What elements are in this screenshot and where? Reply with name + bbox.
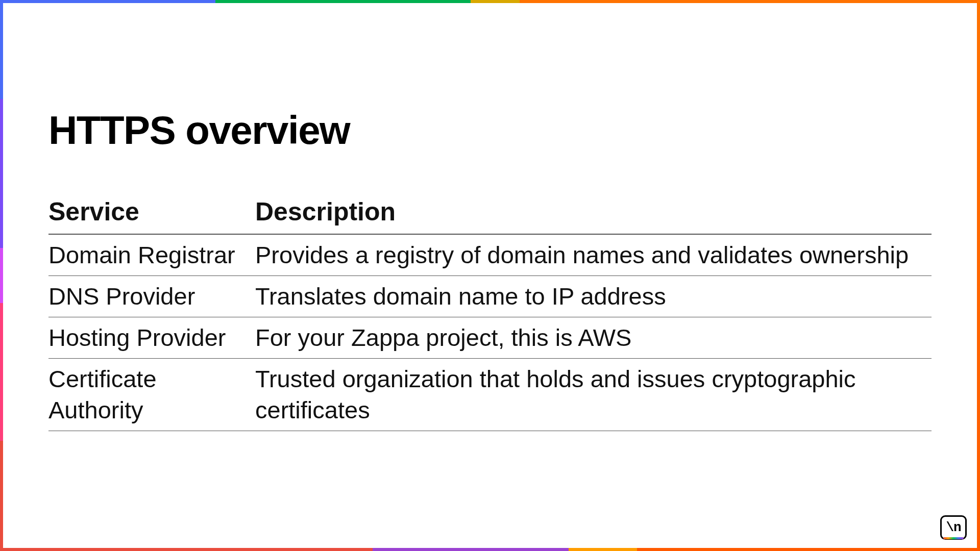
- cell-service: Domain Registrar: [48, 234, 255, 276]
- cell-description: Provides a registry of domain names and …: [255, 234, 932, 276]
- cell-service: DNS Provider: [48, 276, 255, 317]
- cell-description: Translates domain name to IP address: [255, 276, 932, 317]
- table-header-service: Service: [48, 197, 255, 234]
- table-row: DNS Provider Translates domain name to I…: [48, 276, 932, 317]
- cell-description: For your Zappa project, this is AWS: [255, 317, 932, 359]
- cell-description: Trusted organization that holds and issu…: [255, 359, 932, 431]
- brand-logo: \n: [940, 515, 967, 540]
- table-header-description: Description: [255, 197, 932, 234]
- cell-service: Certificate Authority: [48, 359, 255, 431]
- table-row: Hosting Provider For your Zappa project,…: [48, 317, 932, 359]
- page-title: HTTPS overview: [48, 107, 932, 154]
- logo-underline: [943, 537, 964, 539]
- table-row: Certificate Authority Trusted organizati…: [48, 359, 932, 431]
- table-row: Domain Registrar Provides a registry of …: [48, 234, 932, 276]
- logo-text: \n: [946, 520, 961, 535]
- services-table: Service Description Domain Registrar Pro…: [48, 197, 932, 431]
- slide-content: HTTPS overview Service Description Domai…: [0, 0, 980, 551]
- cell-service: Hosting Provider: [48, 317, 255, 359]
